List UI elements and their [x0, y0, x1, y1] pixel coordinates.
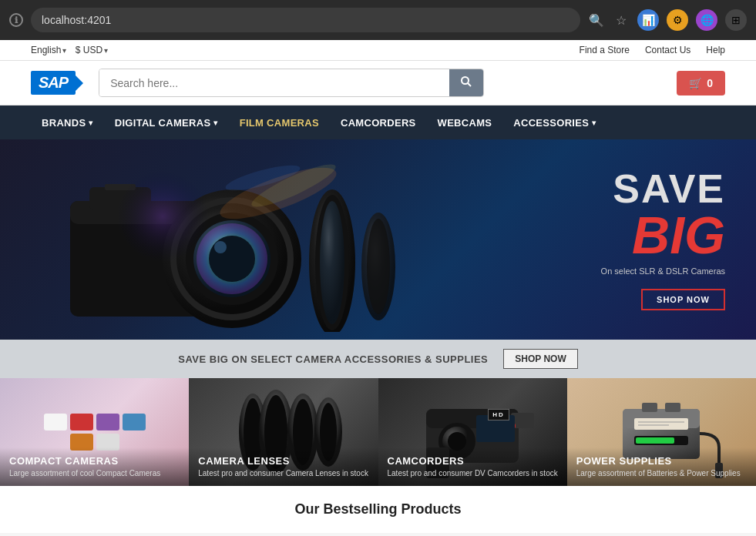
category-grid: COMPACT CAMERAS Large assortment of cool…: [0, 378, 756, 486]
contact-us-link[interactable]: Contact Us: [645, 45, 690, 55]
ext-icon-3[interactable]: 🌐: [696, 9, 717, 31]
search-container: [99, 69, 484, 97]
accessories-dropdown-icon: ▾: [592, 119, 596, 127]
camera-lenses-desc: Latest pro and consumer Camera Lenses in…: [198, 468, 368, 478]
film-cameras-label: FILM CAMERAS: [240, 117, 319, 129]
nav-digital-cameras[interactable]: DIGITAL CAMERAS ▾: [104, 106, 229, 139]
svg-line-1: [468, 83, 471, 86]
info-icon: ℹ: [9, 13, 23, 27]
svg-rect-43: [665, 403, 680, 412]
svg-rect-47: [634, 418, 688, 430]
help-link[interactable]: Help: [706, 45, 725, 55]
svg-point-19: [116, 170, 209, 263]
logo-container[interactable]: SAP: [31, 71, 83, 95]
hero-banner: SAVE BIG On select SLR & DSLR Cameras SH…: [0, 139, 756, 340]
hero-save-text: SAVE: [509, 169, 725, 209]
bestselling-section: Our Bestselling Products: [0, 486, 756, 533]
currency-dropdown-arrow: ▾: [104, 46, 108, 55]
browser-actions: 🔍 ☆ 📊 ⚙ 🌐 ⊞: [588, 9, 747, 31]
power-supplies-card[interactable]: POWER SUPPLIES Large assortment of Batte…: [567, 378, 756, 486]
find-store-link[interactable]: Find a Store: [580, 45, 630, 55]
svg-rect-42: [642, 403, 657, 412]
accessories-label: ACCESSORIES: [513, 117, 589, 129]
url-text: localhost:4201: [42, 14, 111, 26]
nav-film-cameras[interactable]: FILM CAMERAS: [229, 106, 330, 139]
search-input[interactable]: [99, 69, 449, 96]
cart-count: 0: [707, 77, 713, 89]
brands-dropdown-icon: ▾: [89, 119, 92, 127]
camera-illustration: [0, 139, 494, 340]
svg-point-13: [214, 241, 227, 253]
bookmark-icon[interactable]: ☆: [613, 12, 630, 28]
search-button[interactable]: [449, 69, 483, 96]
camera-lenses-title: CAMERA LENSES: [198, 455, 368, 467]
hero-shop-now-button[interactable]: SHOP NOW: [641, 289, 725, 310]
power-supplies-title: POWER SUPPLIES: [576, 455, 747, 467]
compact-cameras-card[interactable]: COMPACT CAMERAS Large assortment of cool…: [0, 378, 189, 486]
compact-cameras-desc: Large assortment of cool Compact Cameras: [9, 468, 180, 478]
ext-icon-2[interactable]: ⚙: [667, 9, 688, 31]
svg-point-12: [209, 236, 255, 282]
camera-lenses-card[interactable]: CAMERA LENSES Latest pro and consumer Ca…: [189, 378, 378, 486]
compact-cameras-title: COMPACT CAMERAS: [9, 455, 180, 467]
currency-selector[interactable]: $ USD ▾: [76, 45, 108, 55]
lang-dropdown-arrow: ▾: [62, 46, 66, 55]
svg-point-18: [367, 219, 390, 314]
language-label: English: [31, 45, 61, 55]
logo-triangle: [74, 74, 83, 92]
promo-bar: SAVE BIG ON SELECT CAMERA ACCESSORIES & …: [0, 340, 756, 378]
separator: [69, 45, 72, 55]
nav-camcorders[interactable]: CAMCORDERS: [330, 106, 427, 139]
hero-text-area: SAVE BIG On select SLR & DSLR Cameras SH…: [494, 146, 756, 333]
browser-chrome: ℹ localhost:4201 🔍 ☆ 📊 ⚙ 🌐 ⊞: [0, 0, 756, 40]
ext-icon-4[interactable]: ⊞: [725, 9, 747, 31]
webcams-label: WEBCAMS: [438, 117, 492, 129]
promo-text: SAVE BIG ON SELECT CAMERA ACCESSORIES & …: [178, 353, 488, 365]
search-browser-icon[interactable]: 🔍: [588, 12, 605, 28]
promo-shop-button[interactable]: SHOP NOW: [503, 349, 577, 369]
utility-bar: English ▾ $ USD ▾ Find a Store Contact U…: [0, 40, 756, 61]
main-navigation: BRANDS ▾ DIGITAL CAMERAS ▾ FILM CAMERAS …: [0, 106, 756, 139]
bestselling-title: Our Bestselling Products: [31, 501, 725, 518]
site-header: SAP 🛒 0: [0, 61, 756, 106]
compact-cameras-overlay: COMPACT CAMERAS Large assortment of cool…: [0, 447, 189, 486]
hero-big-text: BIG: [509, 209, 725, 261]
camera-svg: [47, 147, 448, 332]
digital-cameras-label: DIGITAL CAMERAS: [115, 117, 211, 129]
hero-subtitle: On select SLR & DSLR Cameras: [509, 266, 725, 277]
search-icon: [460, 75, 472, 88]
digital-cameras-dropdown-icon: ▾: [213, 119, 217, 127]
power-supplies-desc: Large assortment of Batteries & Power Su…: [576, 468, 747, 478]
camcorders-title: CAMCORDERS: [388, 455, 558, 467]
url-bar[interactable]: localhost:4201: [31, 8, 580, 32]
camera-lenses-overlay: CAMERA LENSES Latest pro and consumer Ca…: [189, 447, 378, 486]
camcorders-nav-label: CAMCORDERS: [341, 117, 416, 129]
svg-rect-45: [636, 437, 674, 444]
language-selector[interactable]: English ▾: [31, 45, 66, 55]
brands-label: BRANDS: [42, 117, 86, 129]
cart-button[interactable]: 🛒 0: [677, 71, 725, 95]
currency-label: $ USD: [76, 45, 102, 55]
svg-point-0: [462, 77, 469, 84]
utility-right: Find a Store Contact Us Help: [580, 45, 725, 55]
hd-badge: HD: [488, 409, 509, 420]
compact-cams-icons: [37, 414, 153, 451]
ext-icon-1[interactable]: 📊: [637, 9, 659, 31]
cart-icon: 🛒: [689, 77, 702, 89]
nav-accessories[interactable]: ACCESSORIES ▾: [502, 106, 606, 139]
camcorders-desc: Latest pro and consumer DV Camcorders in…: [388, 468, 558, 478]
nav-webcams[interactable]: WEBCAMS: [427, 106, 503, 139]
camcorders-card[interactable]: HD CAMCORDERS Latest pro and consumer DV…: [378, 378, 567, 486]
camcorders-overlay: CAMCORDERS Latest pro and consumer DV Ca…: [378, 447, 567, 486]
hero-camera-area: [0, 139, 494, 340]
svg-point-16: [320, 201, 344, 324]
power-supplies-overlay: POWER SUPPLIES Large assortment of Batte…: [567, 447, 756, 486]
nav-brands[interactable]: BRANDS ▾: [31, 106, 104, 139]
sap-logo: SAP: [31, 71, 76, 95]
utility-left: English ▾ $ USD ▾: [31, 45, 108, 55]
